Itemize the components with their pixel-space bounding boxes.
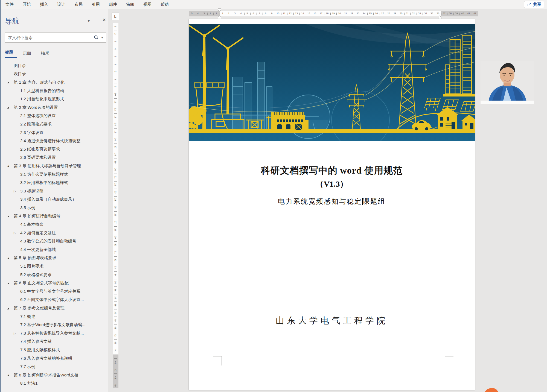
search-input[interactable] xyxy=(7,35,94,40)
search-options-chevron-icon[interactable]: ▼ xyxy=(101,36,104,39)
tab-stop-selector[interactable]: L xyxy=(112,13,119,20)
chevron-down-icon[interactable]: ▼ xyxy=(87,19,91,23)
nav-tree-item[interactable]: 3.5 示例 xyxy=(1,204,108,212)
nav-tree-item[interactable]: 表目录 xyxy=(1,70,108,78)
vertical-ruler[interactable]: 1234567891011121314151617181920212223242… xyxy=(113,16,118,388)
ruler-number: 22 xyxy=(349,12,355,15)
nav-tree-item[interactable]: 7.1 概述 xyxy=(1,312,108,321)
expand-triangle-icon[interactable]: ◢ xyxy=(7,81,14,84)
nav-tree-item[interactable]: 7.5 应用文献模板样式 xyxy=(1,346,108,354)
window-edge xyxy=(0,0,1,392)
ruler-number: 36 xyxy=(114,288,117,292)
menu-item[interactable]: 视图 xyxy=(143,2,152,7)
menu-item[interactable]: 帮助 xyxy=(161,2,169,7)
expand-triangle-icon[interactable]: ◢ xyxy=(7,257,14,259)
nav-tree-item[interactable]: ◢第 4 章 如何进行自动编号 xyxy=(1,212,108,221)
nav-tree-item[interactable]: ▷3.3 标题说明 xyxy=(1,187,108,195)
nav-tree-item[interactable]: 5.2 表格格式要求 xyxy=(1,271,108,279)
first-line-indent-marker[interactable] xyxy=(218,8,221,12)
nav-tree-item[interactable]: ◢第 6 章 正文与公式字号的匹配 xyxy=(1,279,108,287)
webcam-overlay xyxy=(481,61,534,104)
nav-tree-item-label: 5.1 图片要求 xyxy=(20,264,43,269)
nav-tree-item[interactable]: 1.1 大型科技报告的结构 xyxy=(1,87,108,95)
nav-tree-item[interactable]: 3.4 插入目录（自动形成目录） xyxy=(1,195,108,204)
ruler-number: 11 xyxy=(281,12,287,15)
collapse-triangle-icon[interactable]: ▷ xyxy=(14,332,20,335)
nav-tree-item[interactable]: 4.1 基本概念 xyxy=(1,220,108,229)
nav-tree-item[interactable]: ◢第 2 章 Word选项的设置 xyxy=(1,103,108,112)
right-indent-marker[interactable] xyxy=(438,15,441,19)
nav-tree-item[interactable]: 7.7 示例 xyxy=(1,362,108,371)
expand-triangle-icon[interactable]: ◢ xyxy=(7,307,14,310)
close-icon[interactable]: ✕ xyxy=(102,17,106,22)
nav-tree-item[interactable]: 7.6 录入参考文献的补充说明 xyxy=(1,354,108,363)
nav-tree-item[interactable]: 4.4 一次更新全部域 xyxy=(1,245,108,254)
nav-tree-item[interactable]: 5.1 图片要求 xyxy=(1,262,108,271)
nav-tab[interactable]: 标题 xyxy=(5,48,17,58)
nav-tab[interactable]: 结果 xyxy=(41,49,53,58)
ruler-number: 6 xyxy=(250,12,257,15)
menu-item[interactable]: 插入 xyxy=(40,2,48,7)
expand-triangle-icon[interactable]: ◢ xyxy=(7,215,14,218)
expand-triangle-icon[interactable]: ◢ xyxy=(7,106,14,109)
nav-tree-item[interactable]: 4.3 数学公式的安排和自动编号 xyxy=(1,237,108,245)
search-box[interactable]: ▼ xyxy=(5,32,106,43)
share-button[interactable]: 共享 xyxy=(524,1,544,8)
nav-tree-item[interactable]: ▷7.3 从各种检索系统导入参考文献... xyxy=(1,329,108,338)
nav-tree-item[interactable]: ◢第 8 章 如何创建学术报告Word文档 xyxy=(1,371,108,379)
ruler-number: 27 xyxy=(114,220,117,224)
nav-tree-item[interactable]: 3.1 为什么要使用标题样式 xyxy=(1,170,108,179)
ruler-number: 8 xyxy=(263,12,269,15)
ruler-number: 14 xyxy=(114,122,117,126)
ruler-number: 16 xyxy=(114,138,117,141)
menu-item[interactable]: 审阅 xyxy=(126,2,134,7)
nav-tree-item[interactable]: 7.2 基于Word进行参考文献自动编... xyxy=(1,321,108,329)
menu-bar: 文件开始插入设计布局引用邮件审阅视图帮助 共享 xyxy=(0,0,547,9)
menu-item[interactable]: 设计 xyxy=(57,2,65,7)
nav-tree-item[interactable]: ◢第 1 章 内容、形式与自动化 xyxy=(1,78,108,87)
nav-tree-item[interactable]: 1.2 用自动化来规范形式 xyxy=(1,95,108,103)
nav-tree-item[interactable]: 3.2 应用模板中的标题样式 xyxy=(1,179,108,187)
nav-tree-item[interactable]: ▷4.2 如何自定义题注 xyxy=(1,229,108,237)
ruler-number: 46 xyxy=(114,361,117,364)
collapse-triangle-icon[interactable]: ▷ xyxy=(14,190,20,193)
nav-tree-item-label: 第 6 章 正文与公式字号的匹配 xyxy=(14,280,69,286)
nav-tree-item-label: 2.4 通过快捷键进行样式快速调整 xyxy=(20,138,80,144)
collapse-triangle-icon[interactable]: ▷ xyxy=(14,232,20,235)
nav-tree-item[interactable]: 2.6 页码要求和设置 xyxy=(1,154,108,162)
nav-tree-item[interactable]: 8.1 方法1 xyxy=(1,379,108,388)
nav-tree-item[interactable]: 2.5 纸张及页边距要求 xyxy=(1,145,108,154)
menu-item[interactable]: 邮件 xyxy=(109,2,117,7)
ruler-number: 5 xyxy=(189,12,195,15)
ruler-number: 14 xyxy=(299,12,306,15)
nav-tree-item[interactable]: 2.4 通过快捷键进行样式快速调整 xyxy=(1,137,108,145)
nav-tree-item[interactable]: 2.3 字体设置 xyxy=(1,128,108,137)
nav-tree-item[interactable]: ◢第 3 章 使用样式标题与自动目录管理 xyxy=(1,162,108,170)
nav-tree-item[interactable]: 2.1 整体选项的设置 xyxy=(1,112,108,120)
hanging-indent-marker[interactable] xyxy=(218,15,221,19)
menu-item[interactable]: 开始 xyxy=(23,2,31,7)
expand-triangle-icon[interactable]: ◢ xyxy=(7,374,14,376)
nav-tree-item[interactable]: 2.2 段落格式要求 xyxy=(1,120,108,128)
search-icon[interactable] xyxy=(94,35,99,40)
nav-tree-item[interactable]: ◢第 7 章 参考文献编号及管理 xyxy=(1,304,108,312)
menu-item[interactable]: 布局 xyxy=(74,2,83,7)
expand-triangle-icon[interactable]: ◢ xyxy=(7,282,14,285)
ruler-number: 16 xyxy=(312,12,318,15)
nav-tree-item-label: 1.1 大型科技报告的结构 xyxy=(20,88,64,93)
ruler-number: 21 xyxy=(343,12,349,15)
menu-item[interactable]: 文件 xyxy=(5,2,14,7)
nav-tree-item-label: 2.2 段落格式要求 xyxy=(20,122,52,127)
nav-tree-item[interactable]: 6.2 不同文体中公式字体大小设置... xyxy=(1,296,108,304)
horizontal-ruler[interactable]: 5432112345678910111213141516171819202122… xyxy=(189,11,478,16)
ruler-number: 32 xyxy=(114,258,117,262)
ruler-number: 6 xyxy=(114,62,117,66)
expand-triangle-icon[interactable]: ◢ xyxy=(7,165,14,167)
nav-tree-item[interactable]: 6.1 中文字号与英文字号对应关系 xyxy=(1,287,108,296)
nav-tree-item[interactable]: 图目录 xyxy=(1,62,108,70)
nav-tree-item[interactable]: 7.4 插入参考文献 xyxy=(1,338,108,346)
nav-tree-item[interactable]: ◢第 5 章 插图与表格要求 xyxy=(1,254,108,262)
nav-tree-item-label: 7.7 示例 xyxy=(20,364,35,369)
menu-item[interactable]: 引用 xyxy=(92,2,100,7)
nav-tab[interactable]: 页面 xyxy=(23,49,35,58)
